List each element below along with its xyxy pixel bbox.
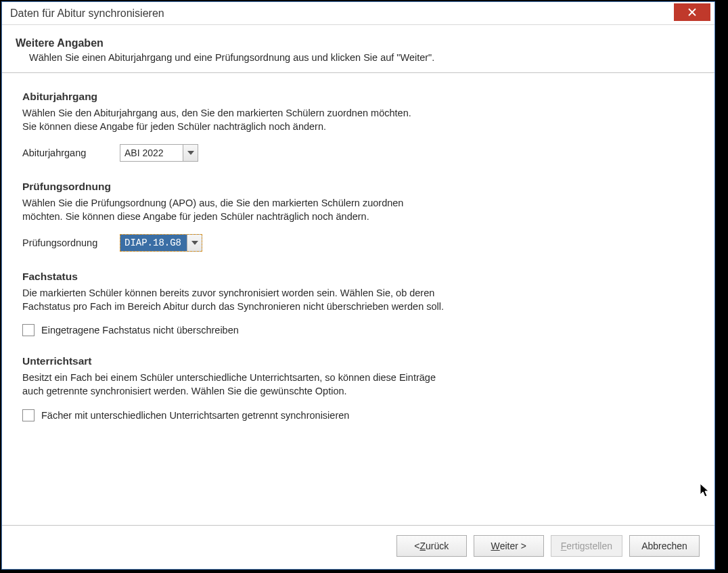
- wizard-heading: Weitere Angaben: [16, 37, 701, 49]
- chevron-down-icon: [187, 151, 194, 155]
- field-label: Prüfungsordnung: [22, 237, 112, 248]
- section-abiturjahrgang: Abiturjahrgang Wählen Sie den Abiturjahr…: [22, 91, 694, 162]
- section-heading: Unterrichtsart: [22, 355, 694, 367]
- unterrichtsart-checkbox[interactable]: [22, 409, 35, 421]
- section-description: Wählen Sie die Prüfungsordnung (APO) aus…: [22, 197, 550, 223]
- titlebar: Daten für Abitur synchronisieren: [2, 2, 714, 25]
- section-description: Die markierten Schüler können bereits zu…: [22, 287, 550, 313]
- close-icon: [688, 8, 696, 16]
- abiturjahrgang-combobox[interactable]: ABI 2022: [120, 144, 198, 162]
- window-title: Daten für Abitur synchronisieren: [10, 7, 164, 20]
- finish-button: Fertigstellen: [551, 535, 622, 557]
- close-button[interactable]: [674, 3, 710, 21]
- field-row-pruefungsordnung: Prüfungsordnung DIAP.18.G8: [22, 234, 694, 252]
- cancel-button[interactable]: Abbrechen: [629, 535, 700, 557]
- back-button[interactable]: < Zurück: [396, 535, 467, 557]
- dropdown-button[interactable]: [183, 145, 198, 161]
- section-description: Besitzt ein Fach bei einem Schüler unter…: [22, 371, 550, 398]
- checkbox-row-fachstatus: Eingetragene Fachstatus nicht überschrei…: [22, 324, 694, 336]
- combobox-value: DIAP.18.G8: [120, 235, 187, 251]
- wizard-button-bar: < Zurück Weiter > Fertigstellen Abbreche…: [2, 525, 714, 569]
- section-fachstatus: Fachstatus Die markierten Schüler können…: [22, 271, 694, 336]
- wizard-header: Weitere Angaben Wählen Sie einen Abiturj…: [2, 25, 714, 73]
- checkbox-row-unterrichtsart: Fächer mit unterschiedlichen Unterrichts…: [22, 409, 694, 421]
- checkbox-label: Eingetragene Fachstatus nicht überschrei…: [41, 325, 239, 336]
- section-heading: Abiturjahrgang: [22, 91, 694, 103]
- pruefungsordnung-combobox[interactable]: DIAP.18.G8: [120, 234, 202, 252]
- checkbox-label: Fächer mit unterschiedlichen Unterrichts…: [41, 410, 349, 421]
- section-pruefungsordnung: Prüfungsordnung Wählen Sie die Prüfungso…: [22, 181, 694, 252]
- section-unterrichtsart: Unterrichtsart Besitzt ein Fach bei eine…: [22, 355, 694, 421]
- chevron-down-icon: [191, 241, 198, 245]
- field-label: Abiturjahrgang: [22, 147, 112, 158]
- section-heading: Prüfungsordnung: [22, 181, 694, 193]
- dropdown-button[interactable]: [187, 235, 202, 251]
- section-description: Wählen Sie den Abiturjahrgang aus, den S…: [22, 107, 550, 133]
- wizard-content: Abiturjahrgang Wählen Sie den Abiturjahr…: [2, 73, 714, 525]
- section-heading: Fachstatus: [22, 271, 694, 283]
- combobox-value: ABI 2022: [120, 145, 183, 161]
- wizard-subtitle: Wählen Sie einen Abiturjahrgang und eine…: [29, 52, 701, 63]
- field-row-abiturjahrgang: Abiturjahrgang ABI 2022: [22, 144, 694, 162]
- dialog-window: Daten für Abitur synchronisieren Weitere…: [1, 1, 715, 570]
- fachstatus-checkbox[interactable]: [22, 324, 35, 336]
- next-button[interactable]: Weiter >: [474, 535, 544, 557]
